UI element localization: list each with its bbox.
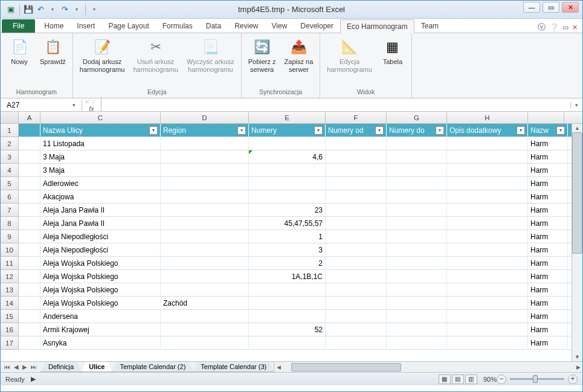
ribbon-btn-sprawdź[interactable]: 📋Sprawdź [37,36,69,68]
cell[interactable]: Akacjowa [40,190,161,203]
cell[interactable] [249,164,326,176]
sheet-prev-icon[interactable]: ◀ [13,364,20,370]
col-header-c[interactable]: C [40,112,161,123]
cell[interactable] [387,336,447,349]
ribbon-min-icon[interactable]: ▭ [562,24,569,31]
ribbon-btn-tabela[interactable]: ▦Tabela [378,36,408,68]
cell[interactable] [161,270,249,283]
cell[interactable] [19,164,40,176]
cell[interactable]: Adlerowiec [40,177,161,190]
cell[interactable] [447,190,528,203]
cell[interactable] [326,270,387,283]
row-header[interactable]: 12 [1,270,19,283]
cell[interactable] [161,150,249,163]
cell[interactable]: Aleja Wojska Polskiego [40,270,161,283]
sheet-next-icon[interactable]: ▶ [21,364,28,370]
cell[interactable] [161,323,249,336]
cell[interactable] [387,297,447,309]
cell[interactable] [161,190,249,203]
fx-button[interactable]: fx [82,97,101,114]
cell[interactable]: Harm [528,310,568,323]
cell[interactable]: Aleja Wojska Polskiego [40,297,161,309]
row-header[interactable]: 13 [1,283,19,297]
cell[interactable]: 4,6 [249,150,326,163]
cell[interactable]: Aleja Wojska Polskiego [40,283,161,296]
formula-input[interactable] [101,104,570,106]
save-icon[interactable]: 💾 [23,4,34,15]
cell[interactable] [447,336,528,349]
col-header-f[interactable]: F [326,112,387,123]
cell[interactable] [161,137,249,150]
cell[interactable] [447,323,528,336]
cell[interactable] [387,243,447,256]
row-header[interactable]: 4 [1,164,19,177]
cell[interactable] [326,204,387,216]
name-box[interactable]: A27 ▾ [1,100,82,111]
cell[interactable] [447,137,528,150]
cell[interactable] [249,310,326,323]
cell[interactable] [387,283,447,296]
row-header[interactable]: 14 [1,297,19,310]
cell[interactable] [161,310,249,323]
filter-dropdown-icon[interactable]: ▾ [375,126,384,135]
cell[interactable] [249,190,326,203]
cell[interactable]: Harm [528,190,568,203]
cell[interactable] [161,336,249,349]
cell[interactable]: Andersena [40,310,161,323]
cell[interactable] [326,217,387,230]
cell[interactable] [447,217,528,230]
minimize-button[interactable]: — [523,2,540,13]
filter-dropdown-icon[interactable]: ▾ [556,126,565,135]
scroll-right-icon[interactable]: ▶ [574,364,582,370]
cell[interactable] [447,150,528,163]
cell[interactable] [19,204,40,216]
row-header[interactable]: 2 [1,137,19,150]
redo-icon[interactable]: ↷ [59,4,70,15]
excel-icon[interactable]: ▣ [5,4,16,15]
row-header[interactable]: 8 [1,217,19,230]
cell[interactable] [387,257,447,269]
cell[interactable] [19,137,40,150]
ribbon-btn-pobierz-z[interactable]: 🔄Pobierz z serwera [245,36,279,76]
zoom-slider[interactable] [510,378,564,380]
select-all-corner[interactable] [1,112,19,123]
cell[interactable]: Aleja Jana Pawła II [40,204,161,216]
name-box-dropdown-icon[interactable]: ▾ [72,102,76,108]
cell[interactable]: 3 [249,243,326,256]
row-header[interactable]: 9 [1,230,19,243]
cell[interactable]: Harm [528,336,568,349]
ribbon-btn-nowy[interactable]: 📄Nowy [4,36,34,68]
cell[interactable]: Numery do▾ [387,124,447,137]
cell[interactable]: Harm [528,204,568,216]
cell[interactable] [326,230,387,243]
vertical-scrollbar[interactable]: ▲ ▼ [572,124,582,361]
sheet-tab-template-calendar-2-[interactable]: Template Calendar (2) [112,362,193,372]
cell[interactable]: Zachód [161,297,249,309]
tab-home[interactable]: Home [37,19,70,33]
horizontal-scrollbar[interactable]: ◀ ▶ [274,362,582,372]
zoom-in-button[interactable]: + [568,374,578,384]
cell[interactable] [387,323,447,336]
cell[interactable]: Harm [528,150,568,163]
cells[interactable]: Nazwa Ulicy▾Region▾Numery▾Numery od▾Nume… [19,124,582,361]
cell[interactable] [447,270,528,283]
ribbon-btn-zapisz-na[interactable]: 📤Zapisz na serwer [282,36,317,76]
row-header[interactable]: 6 [1,190,19,204]
cell[interactable] [326,243,387,256]
row-header[interactable]: 3 [1,150,19,164]
row-header[interactable]: 1 [1,124,19,137]
cell[interactable]: Harm [528,164,568,176]
filter-dropdown-icon[interactable]: ▾ [314,126,323,135]
redo-dd-icon[interactable]: ▾ [71,4,82,15]
scroll-up-icon[interactable]: ▲ [572,124,582,132]
tab-team[interactable]: Team [414,19,445,33]
cell[interactable]: 3 Maja [40,164,161,176]
cell[interactable] [387,150,447,163]
page-layout-view-button[interactable]: ▤ [452,374,464,384]
hscroll-thumb[interactable] [291,363,401,371]
tab-data[interactable]: Data [199,19,228,33]
ribbon-btn-dodaj-arkusz[interactable]: 📝Dodaj arkusz harmonogramu [77,36,128,76]
scroll-left-icon[interactable]: ◀ [274,364,283,370]
qat-custom-icon[interactable]: ▾ [89,4,100,15]
cell[interactable] [161,230,249,243]
